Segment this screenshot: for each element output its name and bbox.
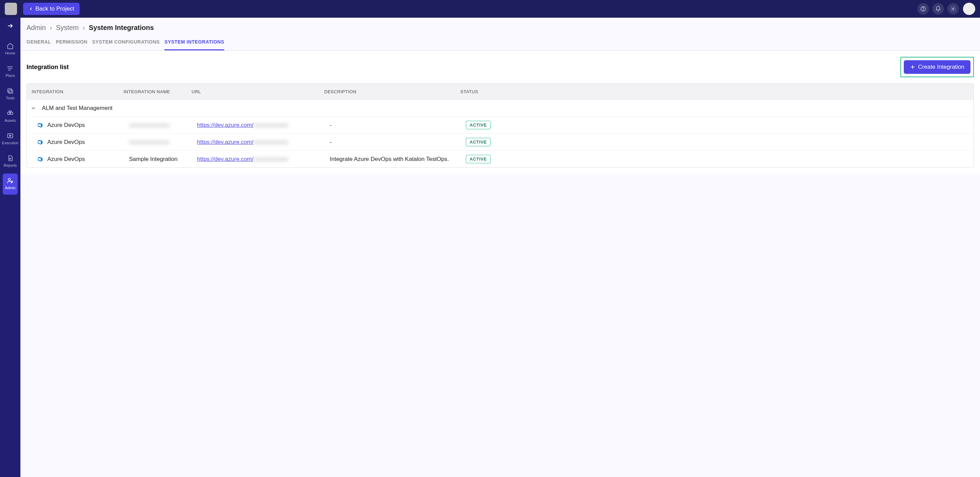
col-url: URL xyxy=(192,89,324,94)
azure-devops-icon xyxy=(37,156,43,162)
sidebar-item-assets[interactable]: Assets xyxy=(3,106,18,127)
breadcrumb-system[interactable]: System xyxy=(56,24,79,31)
chevron-right-icon: › xyxy=(83,24,85,31)
cell-description: - xyxy=(330,122,466,129)
cell-status: ACTIVE xyxy=(466,155,534,163)
svg-rect-8 xyxy=(9,90,13,94)
cell-url: https://dev.azure.com/xxxxxxxxxxxx xyxy=(197,122,330,129)
sidebar-item-label: Admin xyxy=(5,186,15,190)
cell-integration: Azure DevOps xyxy=(37,156,129,163)
sidebar-item-label: Home xyxy=(5,51,15,55)
col-status: STATUS xyxy=(460,89,528,94)
url-link[interactable]: https://dev.azure.com/ xyxy=(197,156,253,162)
expand-sidebar-icon[interactable] xyxy=(7,22,14,29)
reports-icon xyxy=(6,154,14,162)
plans-icon xyxy=(6,65,14,72)
table-row: Azure DevOpsSample Integrationhttps://de… xyxy=(32,150,974,167)
tab-permission[interactable]: PERMISSION xyxy=(56,39,88,50)
svg-rect-9 xyxy=(8,112,10,114)
cell-integration: Azure DevOps xyxy=(37,139,129,146)
svg-rect-10 xyxy=(11,112,13,114)
avatar[interactable] xyxy=(963,3,975,15)
col-description: DESCRIPTION xyxy=(324,89,460,94)
cell-name: xxxxxxxxxxxxxx xyxy=(129,122,197,129)
cell-status: ACTIVE xyxy=(466,138,534,146)
sidebar-item-admin[interactable]: Admin xyxy=(3,173,18,195)
cell-integration: Azure DevOps xyxy=(37,122,129,129)
create-integration-button[interactable]: Create Integration xyxy=(904,60,970,74)
create-label: Create Integration xyxy=(918,64,964,70)
home-icon xyxy=(6,42,14,50)
integration-label: Azure DevOps xyxy=(47,122,85,129)
tab-system-integrations[interactable]: SYSTEM INTEGRATIONS xyxy=(164,39,224,50)
back-to-project-button[interactable]: Back to Project xyxy=(23,3,80,15)
svg-marker-13 xyxy=(10,135,11,137)
status-badge: ACTIVE xyxy=(466,138,491,146)
table-header: INTEGRATION INTEGRATION NAME URL DESCRIP… xyxy=(27,84,974,100)
tab-system-configurations[interactable]: SYSTEM CONFIGURATIONS xyxy=(92,39,159,50)
topbar: Back to Project xyxy=(0,0,980,18)
chevron-left-icon xyxy=(29,6,33,11)
url-link[interactable]: https://dev.azure.com/ xyxy=(197,122,253,128)
cell-url: https://dev.azure.com/xxxxxxxxxxxx xyxy=(197,139,330,146)
integration-label: Azure DevOps xyxy=(47,139,85,146)
group-label: ALM and Test Management xyxy=(42,105,113,111)
sidebar-item-label: Reports xyxy=(4,163,17,167)
svg-point-15 xyxy=(11,181,13,182)
azure-devops-icon xyxy=(37,122,43,128)
svg-point-2 xyxy=(953,8,954,10)
azure-devops-icon xyxy=(37,139,43,145)
sidebar-item-label: Tests xyxy=(6,96,14,100)
col-integration: INTEGRATION xyxy=(32,89,124,94)
breadcrumb-admin[interactable]: Admin xyxy=(27,24,46,31)
sidebar-item-label: Plans xyxy=(5,73,15,78)
svg-point-14 xyxy=(8,178,11,181)
integration-label: Azure DevOps xyxy=(47,156,85,163)
cell-url: https://dev.azure.com/xxxxxxxxxxxx xyxy=(197,156,330,163)
execution-icon xyxy=(6,132,14,140)
chevron-down-icon xyxy=(30,105,37,111)
list-title: Integration list xyxy=(27,64,69,71)
cell-name: Sample Integration xyxy=(129,156,197,163)
sidebar-item-label: Assets xyxy=(5,118,16,122)
url-link[interactable]: https://dev.azure.com/ xyxy=(197,139,253,145)
breadcrumb-current: System Integrations xyxy=(89,24,154,31)
tab-general[interactable]: GENERAL xyxy=(27,39,51,50)
integration-table: INTEGRATION INTEGRATION NAME URL DESCRIP… xyxy=(27,83,974,168)
svg-rect-11 xyxy=(9,111,11,112)
cell-description: - xyxy=(330,139,466,146)
help-icon[interactable] xyxy=(917,3,929,14)
col-integration-name: INTEGRATION NAME xyxy=(124,89,192,94)
group-row[interactable]: ALM and Test Management xyxy=(27,100,974,116)
project-logo[interactable] xyxy=(5,3,17,15)
bell-icon[interactable] xyxy=(932,3,944,14)
status-badge: ACTIVE xyxy=(466,121,491,129)
table-row: Azure DevOpsxxxxxxxxxxxxxxhttps://dev.az… xyxy=(32,116,974,134)
tabs: GENERAL PERMISSION SYSTEM CONFIGURATIONS… xyxy=(21,34,980,51)
cell-name: xxxxxxxxxxxxxx xyxy=(129,139,197,146)
assets-icon xyxy=(6,110,14,117)
sidebar: Home Plans Tests Assets Execution Report… xyxy=(0,18,21,477)
svg-point-1 xyxy=(923,10,923,10)
sidebar-item-tests[interactable]: Tests xyxy=(3,84,18,105)
sidebar-item-reports[interactable]: Reports xyxy=(3,151,18,172)
admin-icon xyxy=(6,177,14,184)
svg-rect-7 xyxy=(8,89,12,92)
back-label: Back to Project xyxy=(35,5,74,12)
sidebar-item-plans[interactable]: Plans xyxy=(3,61,18,82)
breadcrumb: Admin › System › System Integrations xyxy=(21,18,980,34)
sidebar-item-home[interactable]: Home xyxy=(3,39,18,60)
chevron-right-icon: › xyxy=(50,24,52,31)
tests-icon xyxy=(6,87,14,95)
cell-description: Integrate Azure DevOps with Katalon Test… xyxy=(330,156,466,163)
plus-icon xyxy=(910,64,915,70)
create-integration-highlight: Create Integration xyxy=(900,57,974,77)
status-badge: ACTIVE xyxy=(466,155,491,163)
main-content: Admin › System › System Integrations GEN… xyxy=(21,18,980,477)
cell-status: ACTIVE xyxy=(466,121,534,129)
table-row: Azure DevOpsxxxxxxxxxxxxxxhttps://dev.az… xyxy=(32,134,974,150)
sidebar-item-execution[interactable]: Execution xyxy=(3,129,18,150)
gear-icon[interactable] xyxy=(947,3,959,14)
sidebar-item-label: Execution xyxy=(2,141,18,145)
